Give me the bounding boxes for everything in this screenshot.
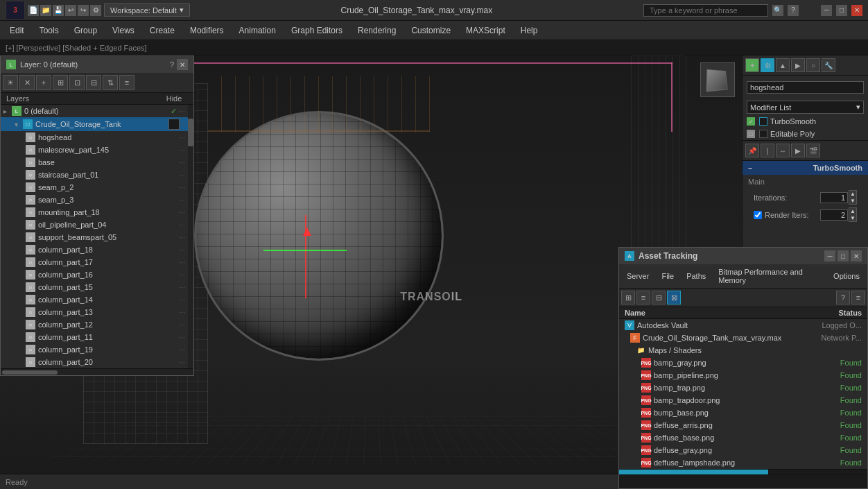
list-item[interactable]: ▸ L 0 (default) ✓ ··· xyxy=(1,105,188,117)
close-btn[interactable]: ✕ xyxy=(851,5,862,16)
list-item[interactable]: PNGbamp_pipeline.pngFound xyxy=(619,369,867,381)
tab-motion[interactable]: ▶ xyxy=(791,58,805,72)
options-btn[interactable]: ⚙ xyxy=(90,5,101,16)
list-item[interactable]: 📁 Maps / Shaders xyxy=(619,344,867,357)
list-item[interactable]: ○base··· xyxy=(1,156,188,169)
anim-btn[interactable]: ▶ xyxy=(791,144,805,157)
hscroll-thumb[interactable] xyxy=(2,370,58,375)
list-item[interactable]: PNGbamp_trap.pngFound xyxy=(619,381,867,394)
ts-render-iters-input[interactable] xyxy=(820,209,848,221)
at-menu-options[interactable]: Options xyxy=(828,271,865,282)
object-name-input[interactable] xyxy=(747,81,864,94)
list-item[interactable]: ○malescrew_part_145··· xyxy=(1,144,188,156)
layer-select-none-btn[interactable]: ⊟ xyxy=(86,75,101,90)
menu-create[interactable]: Create xyxy=(143,23,182,38)
at-maximize-btn[interactable]: □ xyxy=(837,250,849,261)
modifier-turbosmooth[interactable]: ✓ TurboSmooth xyxy=(743,115,868,128)
at-tb-btn2[interactable]: ≡ xyxy=(636,291,650,304)
at-menu-server[interactable]: Server xyxy=(621,271,654,282)
list-item[interactable]: ○column_part_14··· xyxy=(1,293,188,306)
ts-iterations-spinner[interactable]: ▲▼ xyxy=(849,190,857,205)
list-item[interactable]: PNGbamp_gray.pngFound xyxy=(619,357,867,369)
list-item[interactable]: PNGdeffuse_lampshade.pngFound xyxy=(619,456,867,469)
transform-btn[interactable]: ↔ xyxy=(776,144,790,157)
modifier-list-dropdown[interactable]: Modifier List ▾ xyxy=(747,101,864,114)
list-item[interactable]: ○oil_pipeline_part_04··· xyxy=(1,218,188,231)
at-tb-btn1[interactable]: ⊞ xyxy=(621,291,635,304)
layer-select-all-btn[interactable]: ⊡ xyxy=(69,75,85,90)
list-item[interactable]: PNGdeffuse_arris.pngFound xyxy=(619,419,867,431)
menu-modifiers[interactable]: Modifiers xyxy=(183,23,231,38)
help-icon[interactable]: ? xyxy=(788,5,799,16)
at-tb-extra[interactable]: ≡ xyxy=(851,291,865,304)
modifier-editablepoly[interactable]: □ Editable Poly xyxy=(743,128,868,140)
search-icon[interactable]: 🔍 xyxy=(772,5,783,16)
tab-modify[interactable]: ⚙ xyxy=(761,58,774,72)
list-item[interactable]: ○column_part_12··· xyxy=(1,318,188,331)
list-item[interactable]: ▾ □ Crude_Oil_Storage_Tank ··· xyxy=(1,117,188,131)
list-item[interactable]: ○ hogshead ··· xyxy=(1,131,188,144)
redo-btn[interactable]: ↪ xyxy=(78,5,89,16)
list-item[interactable]: ○seam_p_3··· xyxy=(1,194,188,206)
menu-graph-editors[interactable]: Graph Editors xyxy=(284,23,349,38)
list-item[interactable]: PNGdeffuse_gray.pngFound xyxy=(619,444,867,456)
menu-group[interactable]: Group xyxy=(67,23,104,38)
layer-delete-btn[interactable]: ✕ xyxy=(19,75,35,90)
layers-panel-header[interactable]: L Layer: 0 (default) ? ✕ xyxy=(1,56,193,73)
list-item[interactable]: ○column_part_17··· xyxy=(1,256,188,268)
layer-sort-btn[interactable]: ⇅ xyxy=(103,75,118,90)
workspace-selector[interactable]: Workspace: Default ▾ xyxy=(104,3,190,17)
list-item[interactable]: ○column_part_18··· xyxy=(1,243,188,256)
ts-render-iters-spinner[interactable]: ▲▼ xyxy=(849,207,857,222)
list-item[interactable]: ○column_part_11··· xyxy=(1,331,188,343)
menu-help[interactable]: Help xyxy=(514,23,545,38)
minimize-btn[interactable]: ─ xyxy=(821,5,832,16)
list-item[interactable]: PNGbump_base.pngFound xyxy=(619,406,867,419)
layer-add-btn[interactable]: + xyxy=(36,75,51,90)
at-close-btn[interactable]: ✕ xyxy=(851,250,862,261)
asset-tracking-inputbar[interactable] xyxy=(619,474,867,488)
at-menu-file[interactable]: File xyxy=(656,271,679,282)
layers-close-btn[interactable]: ✕ xyxy=(177,59,188,70)
layer-light-btn[interactable]: ☀ xyxy=(3,75,18,90)
list-item[interactable]: F Crude_Oil_Storage_Tank_max_vray.max Ne… xyxy=(619,332,867,344)
open-btn[interactable]: 📁 xyxy=(40,5,51,16)
list-item[interactable]: ○support_beamspart_05··· xyxy=(1,231,188,243)
list-item[interactable]: ○column_part_16··· xyxy=(1,268,188,281)
list-item[interactable]: ○column_part_15··· xyxy=(1,281,188,293)
list-item[interactable]: ○column_part_20··· xyxy=(1,356,188,368)
list-item[interactable]: PNGdeffuse_base.pngFound xyxy=(619,431,867,444)
menu-customize[interactable]: Customize xyxy=(404,23,458,38)
new-btn[interactable]: 📄 xyxy=(28,5,39,16)
list-item[interactable]: ○staircase_part_01··· xyxy=(1,169,188,181)
list-item[interactable]: PNGbamp_trapdoor.pngFound xyxy=(619,394,867,406)
menu-views[interactable]: Views xyxy=(105,23,141,38)
search-input[interactable] xyxy=(643,4,768,17)
menu-animation[interactable]: Animation xyxy=(232,23,283,38)
tab-create[interactable]: ✦ xyxy=(745,58,759,72)
menu-edit[interactable]: Edit xyxy=(3,23,31,38)
list-item[interactable]: ○column_part_19··· xyxy=(1,343,188,356)
render-btn[interactable]: 🎬 xyxy=(806,144,820,157)
at-menu-paths[interactable]: Paths xyxy=(681,271,711,282)
layer-visible-checkbox[interactable] xyxy=(168,119,180,130)
list-item[interactable]: V Autodesk Vault Logged O... xyxy=(619,319,867,332)
vline-btn[interactable]: | xyxy=(761,144,774,157)
ts-render-iters-checkbox[interactable] xyxy=(754,211,762,219)
list-item[interactable]: ○mounting_part_18··· xyxy=(1,206,188,218)
tab-hierarchy[interactable]: ▲ xyxy=(776,58,790,72)
list-item[interactable]: ○seam_p_2··· xyxy=(1,181,188,194)
turbosmooth-header[interactable]: – TurboSmooth xyxy=(743,161,868,175)
at-tb-btn4[interactable]: ⊠ xyxy=(667,291,681,304)
at-menu-bitmap[interactable]: Bitmap Performance and Memory xyxy=(713,266,826,286)
layer-find-btn[interactable]: ⊞ xyxy=(53,75,68,90)
tab-display[interactable]: ○ xyxy=(806,58,820,72)
scroll-thumb[interactable] xyxy=(188,119,193,146)
at-minimize-btn[interactable]: ─ xyxy=(824,250,835,261)
at-tb-btn3[interactable]: ⊟ xyxy=(652,291,666,304)
layers-scrollbar[interactable] xyxy=(188,105,193,368)
save-btn[interactable]: 💾 xyxy=(53,5,64,16)
undo-btn[interactable]: ↩ xyxy=(65,5,76,16)
maximize-btn[interactable]: □ xyxy=(836,5,847,16)
pin-btn[interactable]: 📌 xyxy=(745,144,759,157)
